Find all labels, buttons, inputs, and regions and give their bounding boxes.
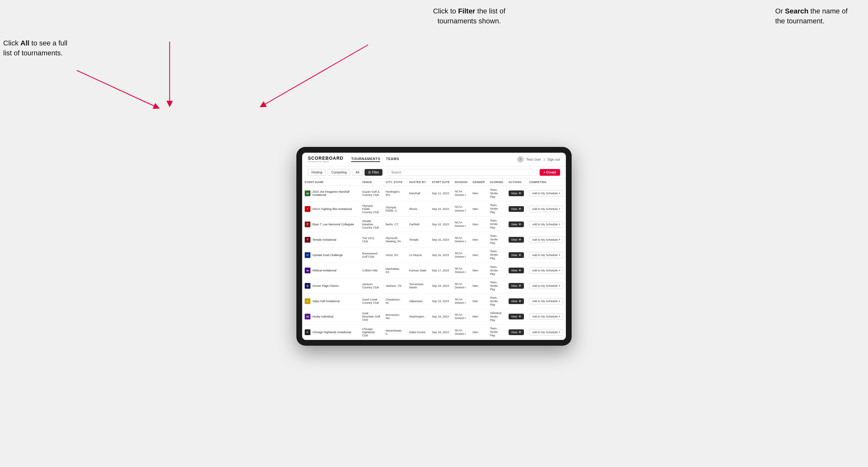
table-row: C Chicago Highlands Invitational Chicago… [302,324,566,340]
start-date-cell: Sep 15, 2023 [429,201,452,216]
svg-line-0 [77,70,157,107]
gender-cell: Men [470,263,488,278]
create-button[interactable]: + Create [539,169,560,176]
team-logo: T [305,237,310,243]
team-logo: W [305,314,310,319]
view-button[interactable]: View 👁 [508,206,524,212]
col-competing: COMPETING [527,179,566,186]
gender-cell: Men [470,324,488,340]
hosted-by-cell: Fairfield [406,217,429,232]
add-schedule-button[interactable]: Add to My Schedule + [529,298,563,304]
actions-cell: View 👁 [506,186,527,201]
team-logo: W [305,268,310,273]
team-logo: C [305,330,310,335]
division-cell: NCAADivision I [452,201,470,216]
user-avatar: T [517,156,524,163]
all-button[interactable]: All [352,169,363,176]
filter-toggle-button[interactable]: ☰ Filter [365,169,382,176]
col-start-date: START DATE [429,179,452,186]
hosted-by-cell: Wake Forest [406,324,429,340]
view-button[interactable]: View 👁 [508,330,524,335]
user-name: Test User [526,157,541,161]
view-button[interactable]: View 👁 [508,268,524,273]
competing-button[interactable]: Competing [328,169,350,176]
actions-cell: View 👁 [506,278,527,293]
event-name-text: Temple Invitational [312,238,336,241]
competing-cell: Add to My Schedule + [527,217,566,232]
event-name-text: Chicago Highlands Invitational [312,331,351,334]
view-button[interactable]: View 👁 [508,221,524,227]
scoring-cell: Team,Stroke Play [488,278,506,293]
event-name-cell: C Chicago Highlands Invitational [302,324,360,340]
start-date-cell: Sep 17, 2023 [429,263,452,278]
gender-cell: Men [470,278,488,293]
team-logo: I [305,206,310,212]
view-button[interactable]: View 👁 [508,237,524,243]
add-schedule-button[interactable]: Add to My Schedule + [529,221,563,227]
venue-cell: Colbert Hills [360,263,383,278]
competing-cell: Add to My Schedule + [527,309,566,324]
city-state-cell: Manhattan, KS [383,263,407,278]
actions-cell: View 👁 [506,247,527,263]
table-row: M 2023 Joe Feaganes Marshall Invitationa… [302,186,566,201]
actions-cell: View 👁 [506,217,527,232]
logo-area: SCOREBOARD Powered by clippd [308,156,343,163]
team-logo: V [305,298,310,304]
table-row: T Temple Invitational The 1912 ClubPlymo… [302,232,566,247]
actions-cell: View 👁 [506,293,527,309]
app-header: SCOREBOARD Powered by clippd TOURNAMENTS… [302,153,566,166]
add-schedule-button[interactable]: Add to My Schedule + [529,190,563,196]
add-schedule-button[interactable]: Add to My Schedule + [529,329,563,336]
division-cell: NCAADivision I [452,263,470,278]
add-schedule-button[interactable]: Add to My Schedule + [529,283,563,289]
division-cell: NCAADivision I [452,217,470,232]
city-state-cell: Chesterton, IN [383,293,407,309]
sign-out-link[interactable]: Sign out [547,157,560,161]
city-state-cell: Bremerton, WA [383,309,407,324]
hosted-by-cell: Washington [406,309,429,324]
actions-cell: View 👁 [506,232,527,247]
start-date-cell: Sep 18, 2023 [429,278,452,293]
event-name-text: Ryan T. Lee Memorial Collegiate [312,223,354,226]
gender-cell: Men [470,309,488,324]
table-row: V Valpo Fall Invitational Sand Creek Cou… [302,293,566,309]
division-cell: NCAADivision I [452,293,470,309]
start-date-cell: Sep 16, 2023 [429,232,452,247]
venue-cell: Jackson Country Club [360,278,383,293]
add-schedule-button[interactable]: Add to My Schedule + [529,313,563,320]
add-schedule-button[interactable]: Add to My Schedule + [529,206,563,212]
hosting-button[interactable]: Hosting [308,169,326,176]
competing-cell: Add to My Schedule + [527,278,566,293]
event-name-text: Upstate Dual Challenge [312,253,343,257]
table-row: F Ryan T. Lee Memorial Collegiate Shuttl… [302,217,566,232]
tablet-frame: SCOREBOARD Powered by clippd TOURNAMENTS… [297,147,571,346]
competing-cell: Add to My Schedule + [527,293,566,309]
venue-cell: Guyan Golf & Country Club [360,186,383,201]
add-schedule-button[interactable]: Add to My Schedule + [529,237,563,243]
division-cell: NCAADivision I [452,309,470,324]
add-schedule-button[interactable]: Add to My Schedule + [529,252,563,258]
view-button[interactable]: View 👁 [508,252,524,258]
scoring-cell: Team,Stroke Play [488,201,506,216]
view-button[interactable]: View 👁 [508,283,524,289]
tournaments-table: EVENT NAME VENUE CITY, STATE HOSTED BY S… [302,179,566,340]
nav-tab-teams[interactable]: TEAMS [386,157,399,162]
venue-cell: Gold Mountain Golf Club [360,309,383,324]
search-input[interactable] [388,169,538,176]
annotation-top-right: Or Search the name of the tournament. [775,6,859,26]
add-schedule-button[interactable]: Add to My Schedule + [529,267,563,274]
gender-cell: Men [470,201,488,216]
view-button[interactable]: View 👁 [508,298,524,304]
table-row: W Husky Individual Gold Mountain Golf Cl… [302,309,566,324]
scoring-cell: Team,Stroke Play [488,263,506,278]
gender-cell: Men [470,293,488,309]
scoring-cell: Team,Stroke Play [488,293,506,309]
event-name-text: 2023 Joe Feaganes Marshall Invitational [312,190,357,196]
nav-tab-tournaments[interactable]: TOURNAMENTS [351,157,380,162]
view-button[interactable]: View 👁 [508,190,524,196]
venue-cell: Sand Creek Country Club [360,293,383,309]
view-button[interactable]: View 👁 [508,314,524,319]
division-cell: NCAADivision I [452,324,470,340]
city-state-cell: Victor, NY [383,247,407,263]
hosted-by-cell: Valparaiso [406,293,429,309]
